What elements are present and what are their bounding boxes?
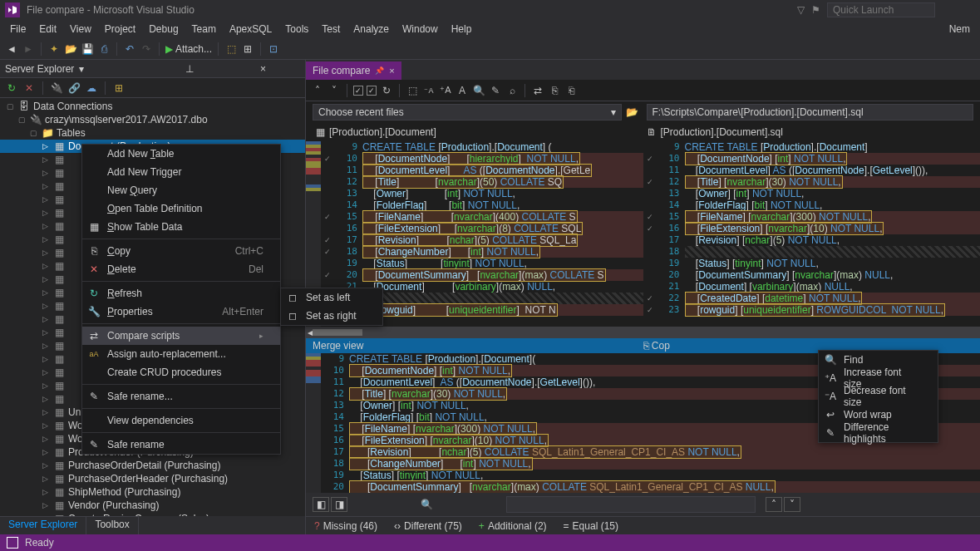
azure-icon[interactable]: ☁ bbox=[85, 81, 98, 95]
ctx-item[interactable]: 🔧PropertiesAlt+Enter bbox=[82, 303, 280, 321]
menu-analyze[interactable]: Analyze bbox=[347, 22, 396, 37]
diff-checkbox[interactable] bbox=[643, 188, 657, 199]
quick-launch-input[interactable] bbox=[827, 2, 935, 17]
toolbar-icon-2[interactable]: ⊞ bbox=[241, 42, 254, 56]
menu-edit[interactable]: Edit bbox=[32, 22, 63, 37]
toolbar-icon-1[interactable]: ⬚ bbox=[224, 42, 238, 56]
diff-checkbox[interactable]: ✓ bbox=[321, 153, 334, 165]
menu-file[interactable]: File bbox=[3, 22, 32, 37]
tree-item[interactable]: ▷▦Vendor (Purchasing) bbox=[0, 499, 305, 512]
close-icon[interactable]: × bbox=[226, 63, 300, 75]
editor-ctx-item[interactable]: ✎Difference highlights bbox=[819, 424, 938, 442]
diff-checkbox[interactable] bbox=[643, 165, 657, 176]
ctx-item[interactable]: Create CRUD procedures bbox=[82, 363, 280, 381]
tab-file-compare[interactable]: File compare 📌 × bbox=[306, 61, 401, 80]
diff-checkbox[interactable]: ✓ bbox=[643, 304, 657, 316]
view-single-icon[interactable]: ◨ bbox=[331, 497, 347, 512]
ctx-item[interactable]: Add New Trigger bbox=[82, 163, 280, 181]
tree-connection[interactable]: ▢🔌crazy\mssqlserver2017.AW2017.dbo bbox=[0, 113, 305, 126]
diff-checkbox[interactable] bbox=[321, 176, 334, 188]
notifications-icon[interactable]: ⚑ bbox=[811, 4, 820, 16]
diff-checkbox[interactable]: ✓ bbox=[643, 211, 657, 223]
undo-icon[interactable]: ↶ bbox=[123, 42, 136, 56]
checkbox-2[interactable]: ✓ bbox=[367, 86, 377, 96]
swap-icon[interactable]: ⇄ bbox=[531, 84, 544, 97]
tree-item[interactable]: ▷▦PurchaseOrderDetail (Purchasing) bbox=[0, 459, 305, 472]
tree-item[interactable]: ▷▦ShipMethod (Purchasing) bbox=[0, 485, 305, 499]
diff-checkbox[interactable] bbox=[643, 269, 657, 281]
refresh-icon[interactable]: ↻ bbox=[5, 81, 18, 95]
menu-project[interactable]: Project bbox=[98, 22, 142, 37]
ctx-item[interactable]: ↻Refresh bbox=[82, 284, 280, 303]
minimap-merge[interactable] bbox=[306, 353, 321, 493]
copy-right-icon[interactable]: ⎗ bbox=[564, 84, 578, 97]
search-input[interactable] bbox=[506, 496, 756, 513]
checkbox-1[interactable]: ✓ bbox=[353, 86, 363, 96]
ctx-item[interactable]: ▦Show Table Data bbox=[82, 218, 280, 236]
diff-checkbox[interactable] bbox=[321, 165, 334, 176]
ctx-item[interactable]: aAAssign auto-replacement... bbox=[82, 345, 280, 363]
menu-debug[interactable]: Debug bbox=[142, 22, 185, 37]
diff-checkbox[interactable] bbox=[643, 258, 657, 269]
whitespace-icon[interactable]: ⬚ bbox=[406, 84, 419, 97]
services-icon[interactable]: ⊞ bbox=[112, 81, 126, 95]
diff-checkbox[interactable] bbox=[321, 199, 334, 211]
user-name[interactable]: Nem bbox=[949, 23, 977, 35]
font-dec-icon[interactable]: ⁻A bbox=[422, 84, 436, 97]
menu-team[interactable]: Team bbox=[185, 22, 223, 37]
recent-files-combo[interactable]: Choose recent files▾ bbox=[313, 104, 622, 121]
menu-apexsql[interactable]: ApexSQL bbox=[223, 22, 278, 37]
stop-icon[interactable]: ✕ bbox=[22, 81, 36, 95]
edit-icon[interactable]: ✎ bbox=[489, 84, 502, 97]
ctx-item[interactable]: ✎Safe rename bbox=[82, 435, 280, 454]
diff-checkbox[interactable]: ✓ bbox=[321, 246, 334, 258]
forward-icon[interactable]: ► bbox=[22, 42, 35, 56]
font-icon[interactable]: A bbox=[456, 84, 469, 97]
search-icon[interactable]: 🔍 bbox=[421, 499, 433, 510]
search-down-icon[interactable]: ˅ bbox=[784, 497, 800, 512]
diff-checkbox[interactable] bbox=[321, 188, 334, 199]
new-project-icon[interactable]: ✦ bbox=[47, 42, 61, 56]
close-tab-icon[interactable]: × bbox=[389, 66, 394, 76]
search-icon[interactable]: 🔍 bbox=[472, 84, 485, 97]
diff-checkbox[interactable] bbox=[321, 223, 334, 234]
ctx-item[interactable]: ⇄Compare scripts▸ bbox=[82, 327, 280, 345]
pin-icon[interactable]: ⊥ bbox=[153, 63, 227, 75]
refresh-compare-icon[interactable]: ↻ bbox=[380, 84, 393, 97]
diff-checkbox[interactable] bbox=[321, 258, 334, 269]
tree-tables-node[interactable]: ▢📁Tables bbox=[0, 126, 305, 140]
h-scrollbar[interactable]: ◂ bbox=[306, 327, 980, 338]
diff-checkbox[interactable] bbox=[643, 234, 657, 246]
editor-ctx-item[interactable]: ⁻ADecrease font size bbox=[819, 387, 938, 406]
menu-help[interactable]: Help bbox=[445, 22, 479, 37]
ctx-item[interactable]: ✕DeleteDel bbox=[82, 260, 280, 278]
diff-checkbox[interactable]: ✓ bbox=[643, 223, 657, 234]
ctx-item[interactable]: View dependencies bbox=[82, 411, 280, 430]
diff-checkbox[interactable] bbox=[643, 141, 657, 153]
tab-server-explorer[interactable]: Server Explorer bbox=[0, 516, 86, 534]
scrollbar-thumb[interactable] bbox=[313, 329, 362, 336]
ctx-item[interactable]: ✎Safe rename... bbox=[82, 387, 280, 406]
pin-icon[interactable]: 📌 bbox=[375, 66, 384, 75]
menu-view[interactable]: View bbox=[63, 22, 98, 37]
tree-item[interactable]: ▷▦PurchaseOrderHeader (Purchasing) bbox=[0, 472, 305, 485]
regex-icon[interactable]: ⌕ bbox=[505, 84, 519, 97]
next-diff-icon[interactable]: ˅ bbox=[327, 84, 341, 97]
ctx-sub-item[interactable]: ◻Set as left bbox=[281, 288, 382, 307]
filter-icon[interactable]: ▽ bbox=[797, 4, 805, 16]
attach-button[interactable]: ▶ Attach... bbox=[165, 43, 212, 55]
code-left[interactable]: CREATE TABLE [Production].[Document] ( [… bbox=[362, 141, 643, 327]
connect-db-icon[interactable]: 🔗 bbox=[67, 81, 81, 95]
toolbar-icon-3[interactable]: ⊡ bbox=[267, 42, 280, 56]
diff-checkbox[interactable]: ✓ bbox=[321, 211, 334, 223]
dropdown-icon[interactable]: ▾ bbox=[79, 63, 153, 75]
right-path-input[interactable]: F:\Scripts\Compare\[Production].[Documen… bbox=[647, 104, 974, 121]
ctx-item[interactable]: New Query bbox=[82, 181, 280, 199]
diff-checkbox[interactable] bbox=[643, 281, 657, 293]
view-split-icon[interactable]: ◧ bbox=[313, 497, 329, 512]
diff-checkbox[interactable] bbox=[643, 199, 657, 211]
redo-icon[interactable]: ↷ bbox=[140, 42, 153, 56]
save-icon[interactable]: 💾 bbox=[81, 42, 94, 56]
connect-icon[interactable]: 🔌 bbox=[50, 81, 63, 95]
diff-checkbox[interactable]: ✓ bbox=[643, 293, 657, 304]
